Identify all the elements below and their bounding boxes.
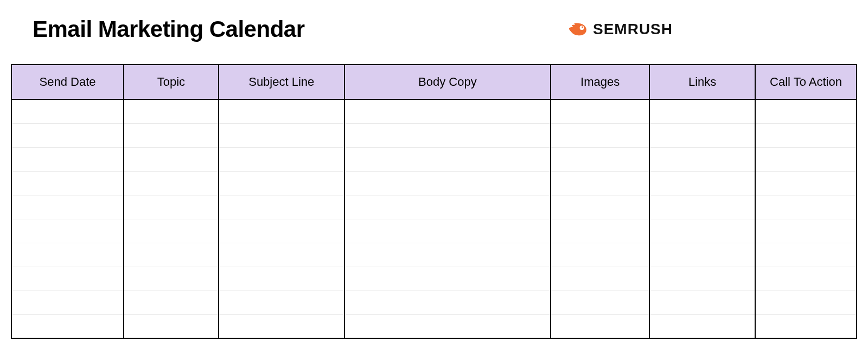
table-row	[11, 314, 857, 338]
cell-subject-line[interactable]	[219, 171, 344, 195]
cell-topic[interactable]	[124, 123, 218, 147]
cell-links[interactable]	[649, 291, 755, 314]
cell-topic[interactable]	[124, 147, 218, 171]
col-header-topic: Topic	[124, 65, 218, 99]
cell-body-copy[interactable]	[344, 99, 551, 123]
cell-send-date[interactable]	[11, 123, 124, 147]
col-header-images: Images	[551, 65, 649, 99]
cell-send-date[interactable]	[11, 243, 124, 267]
cell-call-to-action[interactable]	[755, 243, 857, 267]
cell-links[interactable]	[649, 99, 755, 123]
svg-point-0	[580, 26, 584, 30]
cell-topic[interactable]	[124, 267, 218, 291]
col-header-links: Links	[649, 65, 755, 99]
svg-point-1	[582, 27, 583, 28]
table-row	[11, 195, 857, 219]
table-row	[11, 147, 857, 171]
cell-send-date[interactable]	[11, 171, 124, 195]
cell-images[interactable]	[551, 314, 649, 338]
cell-links[interactable]	[649, 147, 755, 171]
cell-topic[interactable]	[124, 291, 218, 314]
cell-subject-line[interactable]	[219, 147, 344, 171]
cell-links[interactable]	[649, 314, 755, 338]
cell-topic[interactable]	[124, 219, 218, 243]
cell-send-date[interactable]	[11, 147, 124, 171]
cell-call-to-action[interactable]	[755, 147, 857, 171]
cell-images[interactable]	[551, 267, 649, 291]
cell-subject-line[interactable]	[219, 267, 344, 291]
cell-send-date[interactable]	[11, 195, 124, 219]
table-row	[11, 267, 857, 291]
cell-subject-line[interactable]	[219, 314, 344, 338]
header: Email Marketing Calendar SEMRUSH	[11, 16, 857, 42]
cell-topic[interactable]	[124, 243, 218, 267]
cell-images[interactable]	[551, 147, 649, 171]
cell-subject-line[interactable]	[219, 219, 344, 243]
cell-body-copy[interactable]	[344, 219, 551, 243]
cell-subject-line[interactable]	[219, 195, 344, 219]
table-row	[11, 219, 857, 243]
cell-links[interactable]	[649, 171, 755, 195]
cell-links[interactable]	[649, 219, 755, 243]
cell-subject-line[interactable]	[219, 291, 344, 314]
cell-subject-line[interactable]	[219, 123, 344, 147]
cell-call-to-action[interactable]	[755, 195, 857, 219]
brand-name: SEMRUSH	[593, 21, 673, 38]
cell-call-to-action[interactable]	[755, 267, 857, 291]
cell-topic[interactable]	[124, 99, 218, 123]
cell-call-to-action[interactable]	[755, 219, 857, 243]
col-header-call-to-action: Call To Action	[755, 65, 857, 99]
cell-topic[interactable]	[124, 171, 218, 195]
cell-body-copy[interactable]	[344, 171, 551, 195]
brand-logo: SEMRUSH	[568, 21, 673, 38]
semrush-flame-icon	[568, 22, 589, 37]
cell-topic[interactable]	[124, 314, 218, 338]
cell-body-copy[interactable]	[344, 267, 551, 291]
cell-call-to-action[interactable]	[755, 314, 857, 338]
cell-topic[interactable]	[124, 195, 218, 219]
table-header-row: Send Date Topic Subject Line Body Copy I…	[11, 65, 857, 99]
table-row	[11, 243, 857, 267]
cell-send-date[interactable]	[11, 267, 124, 291]
cell-call-to-action[interactable]	[755, 123, 857, 147]
cell-subject-line[interactable]	[219, 99, 344, 123]
cell-links[interactable]	[649, 123, 755, 147]
cell-send-date[interactable]	[11, 314, 124, 338]
cell-call-to-action[interactable]	[755, 171, 857, 195]
cell-links[interactable]	[649, 243, 755, 267]
cell-send-date[interactable]	[11, 291, 124, 314]
cell-images[interactable]	[551, 243, 649, 267]
cell-body-copy[interactable]	[344, 195, 551, 219]
cell-images[interactable]	[551, 219, 649, 243]
cell-call-to-action[interactable]	[755, 291, 857, 314]
cell-links[interactable]	[649, 267, 755, 291]
cell-body-copy[interactable]	[344, 147, 551, 171]
col-header-subject-line: Subject Line	[219, 65, 344, 99]
cell-body-copy[interactable]	[344, 243, 551, 267]
cell-send-date[interactable]	[11, 219, 124, 243]
cell-body-copy[interactable]	[344, 291, 551, 314]
cell-images[interactable]	[551, 99, 649, 123]
cell-images[interactable]	[551, 195, 649, 219]
table-row	[11, 99, 857, 123]
calendar-table: Send Date Topic Subject Line Body Copy I…	[11, 64, 857, 339]
cell-links[interactable]	[649, 195, 755, 219]
cell-images[interactable]	[551, 291, 649, 314]
cell-call-to-action[interactable]	[755, 99, 857, 123]
table-row	[11, 291, 857, 314]
col-header-body-copy: Body Copy	[344, 65, 551, 99]
cell-body-copy[interactable]	[344, 314, 551, 338]
table-row	[11, 123, 857, 147]
table-row	[11, 171, 857, 195]
cell-body-copy[interactable]	[344, 123, 551, 147]
cell-send-date[interactable]	[11, 99, 124, 123]
cell-images[interactable]	[551, 171, 649, 195]
cell-subject-line[interactable]	[219, 243, 344, 267]
page-title: Email Marketing Calendar	[33, 16, 305, 42]
cell-images[interactable]	[551, 123, 649, 147]
col-header-send-date: Send Date	[11, 65, 124, 99]
